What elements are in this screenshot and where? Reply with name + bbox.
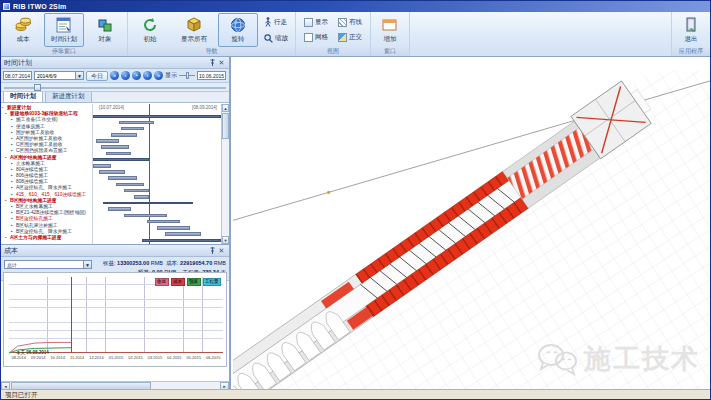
ortho-toggle[interactable]: 正交 — [335, 31, 365, 45]
reset-view-icon — [141, 16, 159, 34]
add-window-button-label: 增加 — [384, 35, 397, 44]
scroll-down-icon[interactable]: ▼ — [222, 236, 229, 244]
show-all-button[interactable]: 显示所有 — [171, 13, 217, 47]
task-bar[interactable] — [108, 207, 131, 211]
cost-curves — [9, 277, 223, 353]
date-to-field[interactable]: 10.06.2015 — [197, 71, 226, 80]
walk-icon — [264, 17, 272, 28]
show-all-button-label: 显示所有 — [181, 35, 207, 44]
title-bar: RIB iTWO 2Sim — [1, 1, 710, 12]
cost-coins-icon — [14, 16, 32, 34]
orbit-icon — [229, 16, 247, 34]
task-label: 808连续墙施工 — [16, 179, 48, 184]
grid-toggle[interactable]: 网格 — [301, 31, 331, 45]
task-bar[interactable] — [124, 189, 150, 193]
x-axis-tick-label: 02.2015 — [126, 355, 145, 360]
gantt-vertical-scrollbar[interactable]: ▲ ▼ — [221, 104, 229, 244]
show-label: 显示 — [165, 71, 177, 80]
timeline-slider-thumb[interactable] — [34, 84, 41, 91]
task-label: C区围护桩施工及验收 — [16, 142, 63, 147]
objects-button[interactable]: 对象 — [85, 13, 125, 47]
summary-bar[interactable] — [142, 239, 221, 242]
reset-view-button[interactable]: 初始 — [130, 13, 170, 47]
ribbon-group-application: 退出 应用程序 — [671, 12, 710, 56]
zoom-mini-slider[interactable] — [179, 72, 195, 79]
task-label: 415、610、415、610连续墙施工 — [16, 192, 86, 197]
ribbon-group-window: 增加 窗口 — [371, 12, 410, 56]
nav-orb-button[interactable]: • — [132, 71, 141, 80]
task-bar[interactable] — [96, 139, 119, 143]
cost-button[interactable]: 成本 — [3, 13, 43, 47]
task-label: B区围护结构施工进度 — [10, 198, 57, 203]
schedule-button[interactable]: 时间计划 — [44, 13, 84, 47]
exit-button[interactable]: 退出 — [674, 13, 708, 47]
task-bar[interactable] — [111, 133, 137, 137]
task-bar[interactable] — [101, 145, 129, 149]
task-label: 施工准备(工作交接) — [16, 117, 58, 122]
task-bar[interactable] — [108, 176, 136, 180]
task-bar[interactable] — [99, 170, 125, 174]
task-bar[interactable] — [116, 183, 144, 187]
revenue-label: 收益: — [103, 260, 116, 266]
model-viewport[interactable]: 施工技术 — [233, 57, 710, 389]
cost-scope-dropdown[interactable]: 总计 ▼ — [4, 260, 92, 269]
summary-bar[interactable] — [93, 158, 149, 161]
gantt-task-list: -新进度计划-新建地铁9103-3标段轨道站工程▪施工准备(工作交接)▪便道修筑… — [1, 104, 93, 244]
summary-bar[interactable] — [93, 115, 221, 118]
task-label: A区围护结构施工进度 — [10, 155, 57, 160]
nav-orb-button[interactable]: » — [154, 71, 163, 80]
ortho-toggle-label: 正交 — [349, 33, 362, 42]
add-window-button[interactable]: 增加 — [373, 13, 407, 47]
scroll-up-icon[interactable]: ▲ — [222, 104, 229, 112]
objects-button-label: 对象 — [99, 35, 112, 44]
nav-orb-button[interactable]: ‹ — [121, 71, 130, 80]
x-axis-tick-label: 12.2014 — [87, 355, 106, 360]
date-from-field[interactable]: 08.07.2014 — [3, 71, 32, 80]
add-window-icon — [381, 16, 399, 34]
legend-item: 预算 — [187, 278, 201, 286]
orbit-button[interactable]: 旋转 — [218, 13, 258, 47]
walk-button[interactable]: 行走 — [261, 15, 291, 30]
task-bar[interactable] — [134, 195, 149, 199]
task-bar[interactable] — [147, 220, 180, 224]
task-label: B区旋挖钻孔、降水井施工 — [16, 229, 72, 234]
task-label: 便道修筑施工 — [16, 124, 45, 129]
gantt-chart: [10.07.2014] [08.09.2014] — [93, 104, 221, 244]
close-icon[interactable]: ✕ — [217, 58, 226, 67]
display-toggle-label: 显示 — [315, 18, 328, 27]
task-bar[interactable] — [119, 121, 155, 125]
walk-button-label: 行走 — [274, 18, 287, 27]
task-bar[interactable] — [93, 164, 111, 168]
task-bar[interactable] — [106, 152, 132, 156]
ribbon-group-application-label: 应用程序 — [672, 47, 710, 56]
x-axis-tick-label: 01.2015 — [106, 355, 125, 360]
legend-item: 收益 — [155, 278, 169, 286]
today-button[interactable]: 今日 — [86, 71, 108, 81]
date-picker-dropdown[interactable]: 2014/6/9 ▼ — [34, 71, 84, 80]
x-axis-tick-label: 05.2015 — [184, 355, 203, 360]
summary-bar[interactable] — [103, 202, 193, 205]
left-panel-column: 时间计划 ✕ 08.07.2014 2014/6/9 ▼ 今日 «‹•›» 显示… — [1, 57, 231, 391]
pin-icon[interactable] — [208, 246, 217, 255]
objects-icon — [96, 16, 114, 34]
gantt-task-row[interactable]: -A区土方与内撑施工进度 — [1, 235, 92, 241]
x-axis-tick-label: 03.2015 — [145, 355, 164, 360]
cost-button-label: 成本 — [17, 35, 30, 44]
schedule-button-label: 时间计划 — [51, 35, 77, 44]
cost-label: 成本: — [166, 260, 179, 266]
pin-icon[interactable] — [208, 58, 217, 67]
show-all-icon — [185, 16, 203, 34]
schedule-tabs: 时间计划 新进度计划 — [1, 92, 229, 103]
task-bar[interactable] — [165, 232, 201, 236]
wireframe-toggle[interactable]: 有线 — [335, 16, 365, 30]
scroll-thumb[interactable] — [222, 113, 229, 139]
task-bar[interactable] — [157, 226, 190, 230]
pan-zoom-button[interactable]: 缩放 — [261, 32, 291, 46]
task-bar[interactable] — [121, 127, 144, 131]
cost-scope-value: 总计 — [5, 262, 83, 268]
task-bar[interactable] — [124, 214, 168, 218]
display-toggle[interactable]: 显示 — [301, 16, 331, 30]
close-icon[interactable]: ✕ — [217, 246, 226, 255]
nav-orb-button[interactable]: « — [110, 71, 119, 80]
nav-orb-button[interactable]: › — [143, 71, 152, 80]
